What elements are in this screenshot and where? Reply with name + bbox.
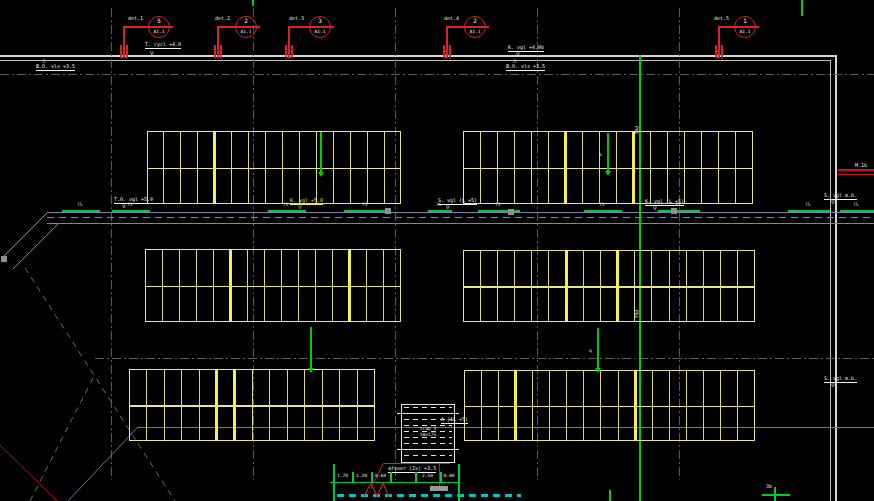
parking-stall-divider	[652, 370, 653, 441]
wall-right-inner	[830, 60, 831, 501]
road-green-dash	[788, 210, 830, 212]
callout-leader-vertical	[217, 26, 219, 58]
elevation-triangle-icon: ▽	[653, 205, 657, 211]
parking-stall-divider	[348, 249, 351, 322]
parking-stall-divider	[600, 370, 601, 441]
parking-stall-divider	[332, 249, 333, 322]
road-center-line	[47, 217, 874, 218]
survey-drop-arrowhead-icon	[308, 368, 314, 373]
parking-stall-divider	[669, 370, 670, 441]
parking-stall-divider	[669, 250, 670, 322]
parking-stall-divider	[357, 369, 358, 441]
parking-stall-divider	[304, 369, 305, 441]
green-tick-top-2	[801, 0, 803, 16]
parking-stall-divider	[667, 131, 668, 204]
road-dash-label: 75	[77, 202, 82, 208]
red-diag-bottom-left	[0, 445, 57, 501]
dimension-value: 1.70	[334, 473, 351, 479]
road-node-square	[1, 256, 7, 262]
parking-stall-divider	[686, 250, 687, 322]
parking-stall-divider	[229, 249, 232, 322]
elevation-triangle-icon: △	[513, 57, 517, 63]
elevation-triangle-icon: ▽	[831, 199, 835, 205]
dimension-tick	[333, 464, 335, 501]
parking-stall-divider	[366, 249, 367, 322]
stair-tread-dashed-line	[404, 407, 452, 408]
elevation-triangle-icon: △	[42, 57, 46, 63]
elevation-annotation: T. cycl +4.0	[145, 41, 181, 49]
parking-stall-divider	[162, 249, 163, 322]
parking-stall-divider	[583, 250, 584, 322]
parking-stall-divider	[531, 250, 532, 322]
road-green-dash	[658, 210, 700, 212]
parking-stall-divider	[686, 370, 687, 441]
parking-stall-divider	[735, 131, 736, 204]
elevation-annotation: B.O. vls +3.5	[506, 63, 545, 71]
gridline-v-3	[395, 8, 396, 480]
callout-cut-tick	[449, 45, 451, 58]
callout-leader-vertical	[288, 26, 290, 58]
dimension-tick	[390, 472, 392, 483]
cad-drawing-canvas: 5A1.1det.12A1.1det.23A1.1det.32A1.1det.4…	[0, 0, 874, 501]
survey-drop-line	[607, 133, 609, 171]
parking-stall-divider	[498, 370, 499, 441]
callout-sheet: A1.1	[734, 29, 756, 35]
parking-stall-divider	[497, 250, 498, 322]
callout-leader-vertical	[123, 26, 125, 58]
parking-stall-divider	[599, 131, 600, 204]
parking-stall-divider	[566, 370, 567, 441]
gray-drain-box	[430, 486, 448, 491]
parking-stall-divider	[684, 131, 685, 204]
survey-drop-arrowhead-icon	[318, 172, 324, 177]
parking-stall-divider	[480, 131, 481, 204]
parking-stall-divider	[703, 250, 704, 322]
parking-stall-divider	[287, 369, 288, 441]
parking-stall-divider	[265, 131, 266, 204]
parking-stall-divider	[248, 131, 249, 204]
callout-bubble-diameter	[145, 26, 173, 28]
elevation-annotation: K. vgl +4.0b	[508, 44, 544, 52]
green-tick-top-1	[252, 0, 254, 6]
survey-drop-line	[320, 132, 322, 172]
elevation-triangle-icon: ▽	[831, 382, 835, 388]
parking-stall-divider	[549, 370, 550, 441]
parking-stall-divider	[720, 250, 721, 322]
parking-stall-divider	[199, 369, 200, 441]
road-node-square	[508, 209, 514, 215]
cyan-dashed-line	[337, 494, 521, 497]
green-line-label: PG1	[633, 310, 639, 318]
elevation-triangle-icon: ▽	[122, 203, 126, 209]
green-bottom-right-h	[762, 494, 790, 496]
parking-block-midline	[145, 286, 401, 288]
parking-stall-divider	[514, 370, 517, 441]
dimension-value: 1.20	[353, 473, 370, 479]
parking-stall-divider	[514, 250, 515, 322]
road-green-dash	[584, 210, 622, 212]
callout-cut-tick	[291, 45, 293, 58]
parking-stall-divider	[197, 131, 198, 204]
parking-stall-divider	[215, 369, 218, 441]
elevation-annotation: B.O. vls +3.5	[36, 63, 75, 71]
parking-stall-divider	[322, 369, 323, 441]
parking-stall-divider	[196, 249, 197, 322]
parking-stall-divider	[514, 131, 515, 204]
road-green-dash	[344, 210, 388, 212]
parking-stall-divider	[233, 369, 236, 441]
blue-diag-bottom	[68, 428, 137, 501]
parking-stall-divider	[181, 369, 182, 441]
elevation-annotation: afvoer (2x) +3.5	[388, 465, 436, 473]
callout-bubble-diameter	[731, 26, 759, 28]
stair-label-line2: 18x175	[409, 432, 447, 438]
callout-side-label: det.2	[200, 15, 230, 21]
stair-tread-dashed-line	[404, 443, 452, 444]
parking-stall-divider	[616, 250, 619, 322]
parking-stall-divider	[316, 131, 317, 204]
parking-block-midline	[147, 168, 401, 170]
road-green-dash	[840, 210, 874, 212]
parking-stall-divider	[367, 131, 368, 204]
survey-drop-line	[597, 328, 599, 368]
parking-stall-divider	[548, 131, 549, 204]
parking-stall-divider	[298, 249, 299, 322]
green-line-label: PG1	[633, 126, 639, 134]
parking-stall-divider	[180, 131, 181, 204]
